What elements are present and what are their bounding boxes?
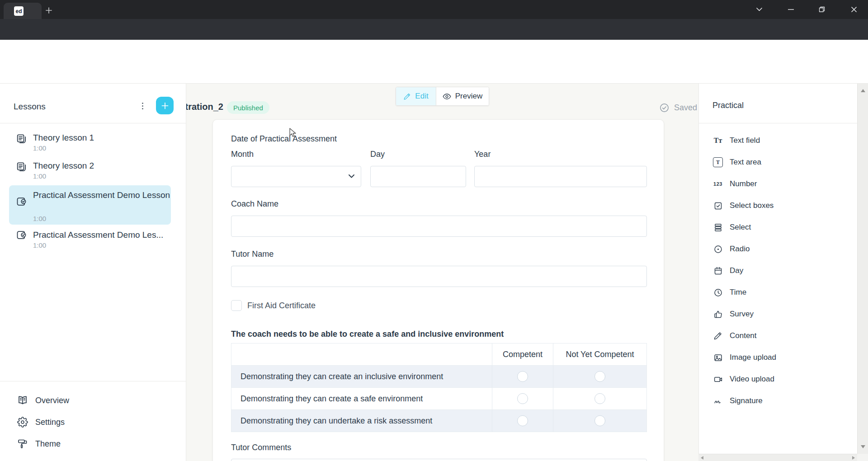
tutor-name-input[interactable] bbox=[231, 266, 647, 287]
lesson-duration: 1:00 bbox=[33, 215, 46, 222]
competent-radio[interactable] bbox=[517, 415, 528, 426]
lesson-duration: 1:00 bbox=[33, 241, 46, 249]
tab-search-chevron-icon[interactable] bbox=[752, 4, 766, 15]
component-label: Select bbox=[730, 223, 751, 232]
component-label: Signature bbox=[730, 396, 763, 405]
number-icon: 123 bbox=[712, 181, 723, 187]
survey-thumbs-up-icon bbox=[712, 310, 723, 319]
scroll-down-arrow[interactable] bbox=[861, 445, 865, 448]
component-label: Image upload bbox=[730, 353, 776, 362]
browser-tab-strip: ed bbox=[0, 0, 868, 19]
scroll-left-arrow[interactable] bbox=[701, 456, 703, 460]
sidebar-item-theme[interactable]: Theme bbox=[0, 433, 186, 455]
components-divider bbox=[699, 123, 857, 123]
edit-preview-toggle: Edit Preview bbox=[396, 87, 489, 106]
tutor-comments-label: Tutor Comments bbox=[231, 443, 291, 452]
year-label: Year bbox=[474, 150, 491, 159]
window-minimize-button[interactable] bbox=[784, 4, 797, 15]
component-label: Time bbox=[730, 288, 746, 297]
scroll-up-arrow[interactable] bbox=[861, 89, 865, 92]
day-icon bbox=[712, 266, 723, 276]
competent-radio[interactable] bbox=[517, 371, 528, 382]
window-restore-button[interactable] bbox=[815, 4, 829, 15]
component-label: Text area bbox=[730, 158, 761, 167]
theory-lesson-icon bbox=[16, 134, 27, 144]
day-input[interactable] bbox=[370, 166, 466, 187]
lesson-item[interactable]: Practical Assessment Demo Les... 1:00 bbox=[0, 228, 186, 254]
component-video-upload[interactable]: Video upload bbox=[699, 368, 857, 390]
scroll-right-arrow[interactable] bbox=[852, 456, 855, 460]
not-yet-competent-radio[interactable] bbox=[594, 371, 605, 382]
component-number[interactable]: 123 Number bbox=[699, 173, 857, 195]
component-signature[interactable]: Signature bbox=[699, 390, 857, 412]
check-circle-icon bbox=[659, 103, 670, 113]
lesson-item[interactable]: Theory lesson 2 1:00 bbox=[0, 159, 186, 184]
edit-tab[interactable]: Edit bbox=[396, 87, 436, 105]
criteria-column-header bbox=[231, 343, 492, 365]
time-icon bbox=[712, 288, 723, 297]
practical-lesson-icon bbox=[16, 230, 27, 240]
add-lesson-button[interactable] bbox=[156, 97, 174, 114]
browser-tab[interactable]: ed bbox=[4, 3, 42, 19]
not-yet-competent-radio[interactable] bbox=[594, 415, 605, 426]
lesson-title: Theory lesson 2 bbox=[33, 159, 182, 172]
month-select[interactable] bbox=[231, 166, 361, 187]
criteria-cell: Demonstrating they can create an inclusi… bbox=[231, 366, 492, 387]
component-image-upload[interactable]: Image upload bbox=[699, 347, 857, 368]
table-header-row: Competent Not Yet Competent bbox=[231, 343, 646, 365]
not-yet-competent-column-header: Not Yet Competent bbox=[553, 343, 646, 365]
year-input[interactable] bbox=[474, 166, 647, 187]
component-label: Survey bbox=[730, 310, 754, 319]
table-row: Demonstrating they can create a safe env… bbox=[231, 387, 646, 409]
tutor-comments-input[interactable] bbox=[231, 459, 647, 461]
component-select-boxes[interactable]: Select boxes bbox=[699, 195, 857, 216]
lessons-sidebar: Lessons Theory lesson 1 1:00 Theory less… bbox=[0, 84, 186, 461]
tutor-name-label: Tutor Name bbox=[231, 249, 274, 259]
first-aid-checkbox-label: First Aid Certificate bbox=[247, 301, 316, 310]
competency-table: Competent Not Yet Competent Demonstratin… bbox=[231, 343, 647, 432]
month-label: Month bbox=[231, 150, 254, 159]
edit-label: Edit bbox=[415, 92, 428, 101]
component-text-area[interactable]: T Text area bbox=[699, 151, 857, 173]
coach-name-input[interactable] bbox=[231, 216, 647, 237]
lessons-menu-button[interactable] bbox=[140, 101, 145, 111]
component-text-field[interactable]: Tт Text field bbox=[699, 130, 857, 151]
theme-label: Theme bbox=[35, 439, 61, 449]
horizontal-scrollbar[interactable] bbox=[698, 454, 857, 461]
criteria-cell: Demonstrating they can undertake a risk … bbox=[231, 410, 492, 432]
screen: ed bbox=[0, 0, 868, 461]
preview-tab[interactable]: Preview bbox=[436, 87, 489, 105]
component-day[interactable]: Day bbox=[699, 260, 857, 282]
pencil-icon bbox=[403, 93, 411, 100]
window-close-button[interactable] bbox=[847, 4, 861, 15]
component-radio[interactable]: Radio bbox=[699, 238, 857, 260]
lesson-duration: 1:00 bbox=[33, 144, 46, 152]
sidebar-item-settings[interactable]: Settings bbox=[0, 411, 186, 433]
component-select[interactable]: Select bbox=[699, 216, 857, 238]
date-section-label: Date of Practical Assessment bbox=[231, 134, 337, 144]
component-time[interactable]: Time bbox=[699, 282, 857, 303]
component-content[interactable]: Content bbox=[699, 325, 857, 347]
video-upload-icon bbox=[712, 375, 723, 384]
component-survey[interactable]: Survey bbox=[699, 303, 857, 325]
sidebar-item-overview[interactable]: Overview bbox=[0, 390, 186, 411]
plus-icon bbox=[161, 102, 169, 109]
component-label: Select boxes bbox=[730, 201, 774, 210]
saved-label: Saved bbox=[674, 103, 697, 113]
first-aid-checkbox[interactable] bbox=[231, 300, 242, 311]
vertical-scrollbar[interactable] bbox=[857, 84, 868, 454]
saved-status: Saved bbox=[659, 103, 697, 113]
not-yet-competent-radio[interactable] bbox=[594, 393, 605, 404]
components-panel: Practical Tт Text field T Text area 123 … bbox=[698, 84, 857, 454]
day-label: Day bbox=[370, 150, 385, 159]
new-tab-button[interactable] bbox=[43, 5, 54, 16]
lesson-item[interactable]: Theory lesson 1 1:00 bbox=[0, 131, 186, 156]
lesson-title: Practical Assessment Demo Les... bbox=[33, 228, 182, 241]
eye-icon bbox=[443, 92, 451, 101]
lesson-item-selected[interactable]: Practical Assessment Demo Lesson 1:00 bbox=[9, 185, 171, 225]
component-label: Number bbox=[730, 179, 757, 188]
paint-roller-icon bbox=[17, 438, 28, 449]
favicon-text: ed bbox=[15, 8, 22, 14]
competent-radio[interactable] bbox=[517, 393, 528, 404]
plus-icon bbox=[46, 7, 52, 14]
